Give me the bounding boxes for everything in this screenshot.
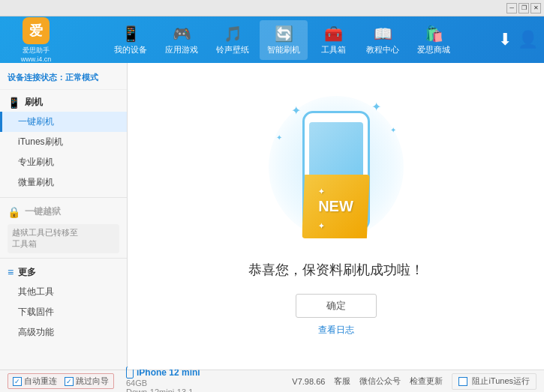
logo-url: www.i4.cn: [21, 55, 52, 63]
content-area: ✦ ✦ ✦ ✦ NEW 恭喜您，保资料刷机成功啦！ 确定 查看日志: [128, 63, 544, 370]
close-button[interactable]: ✕: [530, 3, 541, 13]
flash-section-icon: 📱: [8, 97, 20, 109]
sidebar-jailbreak-notice: 越狱工具已转移至工具箱: [8, 224, 119, 253]
more-section-icon: ≡: [8, 266, 14, 278]
sparkle-topright: ✦: [371, 100, 381, 114]
sidebar-item-onekey-flash[interactable]: 一键刷机: [0, 112, 127, 132]
device-model: Down-12mini-13,1: [126, 388, 200, 393]
tutorial-label: 教程中心: [366, 44, 399, 55]
nav-right: ⬇ 👤: [498, 30, 538, 49]
nav-tutorial[interactable]: 📖 教程中心: [359, 20, 407, 60]
my-device-icon: 📱: [122, 25, 140, 43]
nav-apps-games[interactable]: 🎮 应用游戏: [158, 20, 206, 60]
apps-games-label: 应用游戏: [165, 44, 198, 55]
restore-button[interactable]: ❐: [518, 3, 529, 13]
phone-illustration: ✦ ✦ ✦ ✦ NEW: [269, 96, 404, 246]
nav-ringtones[interactable]: 🎵 铃声壁纸: [209, 20, 257, 60]
sidebar-section-flash: 📱 刷机: [0, 93, 127, 112]
skip-wizard-checkbox[interactable]: ✓ 跳过向导: [65, 376, 109, 387]
device-storage: 64GB: [126, 379, 200, 388]
sidebar-item-pro-flash[interactable]: 专业刷机: [0, 152, 127, 172]
sparkle-topleft: ✦: [291, 103, 301, 118]
itunes-bar[interactable]: 阻止iTunes运行: [452, 373, 536, 390]
auto-reconnect-label: 自动重连: [24, 376, 57, 387]
sidebar-item-wipe-flash[interactable]: 微量刷机: [0, 172, 127, 193]
skip-wizard-check-box: ✓: [65, 377, 74, 386]
wechat-link[interactable]: 微信公众号: [359, 376, 401, 387]
account-icon[interactable]: 👤: [518, 30, 538, 49]
service-link[interactable]: 客服: [334, 376, 350, 387]
device-info: iPhone 12 mini 64GB Down-12mini-13,1: [126, 367, 200, 393]
sidebar-section-more: ≡ 更多: [0, 263, 127, 282]
confirm-button[interactable]: 确定: [296, 294, 377, 318]
skip-wizard-label: 跳过向导: [76, 376, 109, 387]
sparkle-left: ✦: [276, 133, 282, 142]
nav-items: 📱 我的设备 🎮 应用游戏 🎵 铃声壁纸 🔄 智能刷机 🧰 工具箱 📖 教程中心…: [66, 20, 498, 60]
titlebar: ─ ❐ ✕: [0, 0, 544, 16]
ringtones-label: 铃声壁纸: [216, 44, 249, 55]
update-link[interactable]: 检查更新: [410, 376, 443, 387]
bottom-left: ✓ 自动重连 ✓ 跳过向导 iPhone 12 mini 64GB Down-1…: [8, 367, 292, 393]
itunes-label: 阻止iTunes运行: [472, 376, 530, 387]
sparkle-right: ✦: [390, 126, 396, 134]
nav-shop[interactable]: 🛍️ 爱思商城: [410, 20, 458, 60]
bottom-bar: ✓ 自动重连 ✓ 跳过向导 iPhone 12 mini 64GB Down-1…: [0, 370, 544, 392]
sidebar-divider-2: [0, 258, 127, 259]
shop-label: 爱思商城: [417, 44, 450, 55]
download-icon[interactable]: ⬇: [498, 30, 512, 49]
sidebar-item-other-tools[interactable]: 其他工具: [0, 282, 127, 302]
toolbox-label: 工具箱: [321, 44, 346, 55]
apps-games-icon: 🎮: [173, 25, 191, 43]
sidebar: 设备连接状态：正常模式 📱 刷机 一键刷机 iTunes刷机 专业刷机 微量刷机…: [0, 63, 128, 370]
smart-flash-icon: 🔄: [275, 25, 293, 43]
shop-icon: 🛍️: [425, 25, 443, 43]
nav-my-device[interactable]: 📱 我的设备: [107, 20, 155, 60]
jailbreak-lock-icon: 🔒: [8, 206, 20, 218]
view-log-link[interactable]: 查看日志: [318, 324, 354, 337]
nav-toolbox[interactable]: 🧰 工具箱: [311, 20, 356, 60]
logo-name: 爱思助手: [23, 46, 50, 55]
device-status: 设备连接状态：正常模式: [0, 69, 127, 90]
window-controls: ─ ❐ ✕: [506, 3, 541, 13]
tutorial-icon: 📖: [374, 25, 392, 43]
auto-reconnect-check-box: ✓: [13, 377, 22, 386]
itunes-checkbox: [458, 377, 467, 386]
sidebar-item-itunes-flash[interactable]: iTunes刷机: [0, 132, 127, 152]
success-message: 恭喜您，保资料刷机成功啦！: [248, 261, 424, 279]
logo: 爱 爱思助手 www.i4.cn: [6, 17, 66, 63]
new-banner: NEW: [302, 175, 370, 238]
sidebar-item-advanced[interactable]: 高级功能: [0, 322, 127, 343]
main-body: 设备连接状态：正常模式 📱 刷机 一键刷机 iTunes刷机 专业刷机 微量刷机…: [0, 63, 544, 370]
checkbox-group: ✓ 自动重连 ✓ 跳过向导: [8, 373, 114, 389]
header: 爱 爱思助手 www.i4.cn 📱 我的设备 🎮 应用游戏 🎵 铃声壁纸 🔄 …: [0, 16, 544, 63]
bottom-right: V7.98.66 客服 微信公众号 检查更新 阻止iTunes运行: [292, 373, 536, 390]
sidebar-section-jailbreak: 🔒 一键越狱: [0, 202, 127, 221]
toolbox-icon: 🧰: [324, 25, 343, 43]
smart-flash-label: 智能刷机: [267, 44, 300, 55]
version-label: V7.98.66: [292, 377, 325, 386]
my-device-label: 我的设备: [114, 44, 147, 55]
minimize-button[interactable]: ─: [506, 3, 517, 13]
sidebar-item-download-firmware[interactable]: 下载固件: [0, 302, 127, 322]
logo-icon: 爱: [23, 17, 50, 44]
sidebar-divider-1: [0, 197, 127, 198]
nav-smart-flash[interactable]: 🔄 智能刷机: [260, 20, 308, 60]
auto-reconnect-checkbox[interactable]: ✓ 自动重连: [13, 376, 57, 387]
ringtones-icon: 🎵: [224, 25, 242, 43]
